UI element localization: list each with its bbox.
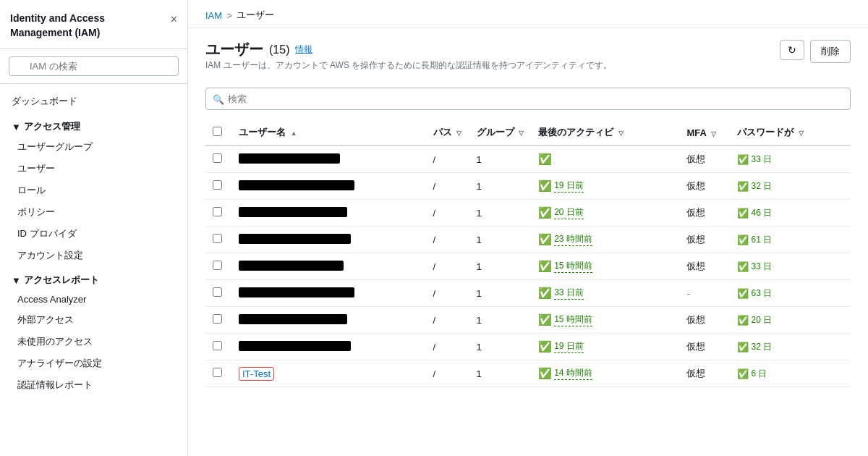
- path-cell: /: [426, 227, 469, 253]
- password-text: 32 日: [751, 180, 772, 193]
- table-row: /1✅19 日前仮想✅32 日: [205, 334, 851, 360]
- activity-cell: ✅15 時間前: [531, 307, 679, 334]
- users-table-wrap: ユーザー名 ▲ パス ▽ グループ ▽ 最後のアクティビ: [205, 120, 851, 387]
- activity-text: 15 時間前: [554, 260, 592, 273]
- table-row: /1✅仮想✅33 日: [205, 145, 851, 173]
- activity-check-icon: ✅: [538, 233, 552, 246]
- sidebar: Identity and Access Management (IAM) × 🔍…: [0, 0, 188, 456]
- mfa-cell: 仮想: [679, 253, 730, 280]
- th-mfa[interactable]: MFA ▽: [679, 120, 730, 145]
- select-all-checkbox[interactable]: [213, 127, 222, 136]
- mfa-cell: 仮想: [679, 227, 730, 253]
- sidebar-search-input[interactable]: [9, 56, 179, 76]
- sidebar-item-id-provider[interactable]: ID プロバイダ: [0, 223, 187, 245]
- activity-text: 14 時間前: [554, 367, 592, 380]
- search-input[interactable]: [205, 88, 851, 110]
- th-path[interactable]: パス ▽: [426, 120, 469, 145]
- sidebar-item-external-access[interactable]: 外部アクセス: [0, 309, 187, 331]
- sidebar-item-user-groups[interactable]: ユーザーグループ: [0, 136, 187, 158]
- page-description: IAM ユーザーは、アカウントで AWS を操作するために長期的な認証情報を持つ…: [205, 59, 612, 72]
- sort-icon: ▽: [519, 130, 524, 137]
- breadcrumb-separator: >: [226, 10, 232, 21]
- sidebar-item-unused-access[interactable]: 未使用のアクセス: [0, 331, 187, 352]
- info-link[interactable]: 情報: [295, 43, 312, 56]
- table-row: /1✅15 時間前仮想✅20 日: [205, 307, 851, 334]
- activity-text: 19 日前: [554, 340, 584, 353]
- activity-check-icon: ✅: [538, 153, 552, 166]
- sort-icon: ▽: [618, 130, 624, 137]
- delete-button[interactable]: 削除: [810, 40, 851, 63]
- redacted-username: [239, 341, 351, 351]
- activity-check-icon: ✅: [538, 260, 552, 273]
- password-text: 33 日: [751, 261, 772, 273]
- sidebar-item-dashboard[interactable]: ダッシュボード: [0, 90, 187, 113]
- sidebar-header: Identity and Access Management (IAM) ×: [0, 0, 187, 49]
- table-header-row: ユーザー名 ▲ パス ▽ グループ ▽ 最後のアクティビ: [205, 120, 851, 145]
- redacted-username: [239, 207, 347, 217]
- activity-cell: ✅19 日前: [531, 173, 679, 200]
- refresh-button[interactable]: ↻: [780, 40, 804, 60]
- activity-check-icon: ✅: [538, 287, 552, 300]
- search-icon: 🔍: [213, 93, 224, 104]
- redacted-username: [239, 153, 340, 164]
- sidebar-item-roles[interactable]: ロール: [0, 180, 187, 201]
- activity-text: 19 日前: [554, 180, 584, 193]
- path-cell: /: [426, 145, 469, 173]
- password-check-icon: ✅: [737, 154, 749, 165]
- th-last-activity[interactable]: 最後のアクティビ ▽: [531, 120, 679, 145]
- groups-cell: 1: [469, 200, 532, 227]
- activity-check-icon: ✅: [538, 340, 552, 353]
- password-text: 6 日: [751, 368, 767, 380]
- row-checkbox[interactable]: [213, 207, 222, 216]
- redacted-username: [239, 314, 347, 324]
- password-cell: ✅32 日: [730, 334, 851, 360]
- row-checkbox[interactable]: [213, 341, 222, 350]
- username-link-boxed[interactable]: IT-Test: [239, 367, 274, 381]
- mfa-cell: 仮想: [679, 173, 730, 200]
- row-checkbox[interactable]: [213, 153, 222, 163]
- activity-check-icon: ✅: [538, 180, 552, 193]
- th-groups[interactable]: グループ ▽: [469, 120, 532, 145]
- sidebar-item-users[interactable]: ユーザー: [0, 158, 187, 180]
- redacted-username: [239, 234, 351, 244]
- password-check-icon: ✅: [737, 208, 749, 219]
- activity-check-icon: ✅: [538, 206, 552, 219]
- sidebar-item-account-settings[interactable]: アカウント設定: [0, 245, 187, 266]
- password-cell: ✅63 日: [730, 280, 851, 307]
- close-icon[interactable]: ×: [171, 13, 177, 26]
- groups-cell: 1: [469, 360, 532, 387]
- activity-text: 15 時間前: [554, 313, 592, 326]
- sidebar-item-access-analyzer[interactable]: Access Analyzer: [0, 290, 187, 309]
- password-check-icon: ✅: [737, 261, 749, 272]
- row-checkbox[interactable]: [213, 261, 222, 270]
- password-cell: ✅6 日: [730, 360, 851, 387]
- row-checkbox[interactable]: [213, 180, 222, 190]
- row-checkbox[interactable]: [213, 234, 222, 243]
- password-cell: ✅46 日: [730, 200, 851, 227]
- path-cell: /: [426, 253, 469, 280]
- groups-cell: 1: [469, 227, 532, 253]
- password-check-icon: ✅: [737, 235, 749, 245]
- groups-cell: 1: [469, 307, 532, 334]
- th-username[interactable]: ユーザー名 ▲: [231, 120, 426, 145]
- row-checkbox[interactable]: [213, 368, 222, 377]
- page-header: ユーザー (15) 情報 IAM ユーザーは、アカウントで AWS を操作するた…: [205, 40, 851, 82]
- sort-asc-icon: ▲: [291, 130, 297, 137]
- password-check-icon: ✅: [737, 288, 749, 299]
- redacted-username: [239, 180, 354, 190]
- th-password[interactable]: パスワードが ▽: [730, 120, 851, 145]
- groups-cell: 1: [469, 173, 532, 200]
- password-text: 46 日: [751, 207, 772, 219]
- page-count: (15): [269, 43, 289, 56]
- sidebar-item-auth-report[interactable]: 認証情報レポート: [0, 374, 187, 396]
- breadcrumb-iam[interactable]: IAM: [205, 10, 222, 21]
- row-checkbox[interactable]: [213, 314, 222, 324]
- mfa-cell: 仮想: [679, 307, 730, 334]
- password-check-icon: ✅: [737, 315, 749, 326]
- sort-icon: ▽: [711, 130, 716, 138]
- activity-cell: ✅33 日前: [531, 280, 679, 307]
- password-text: 20 日: [751, 314, 772, 326]
- sidebar-item-analyzer-settings[interactable]: アナライザーの設定: [0, 352, 187, 374]
- sidebar-item-policies[interactable]: ポリシー: [0, 201, 187, 223]
- row-checkbox[interactable]: [213, 287, 222, 297]
